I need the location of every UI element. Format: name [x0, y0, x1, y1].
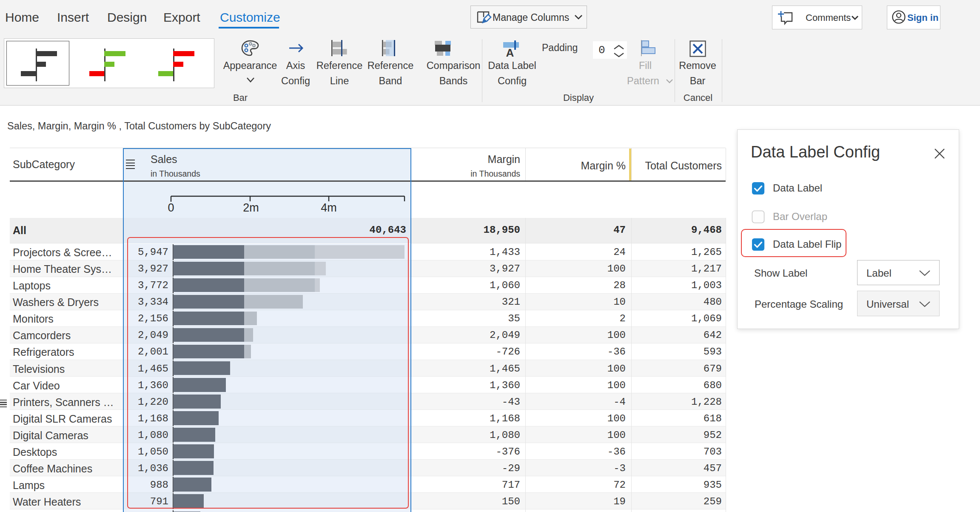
svg-text:A: A: [506, 46, 514, 59]
